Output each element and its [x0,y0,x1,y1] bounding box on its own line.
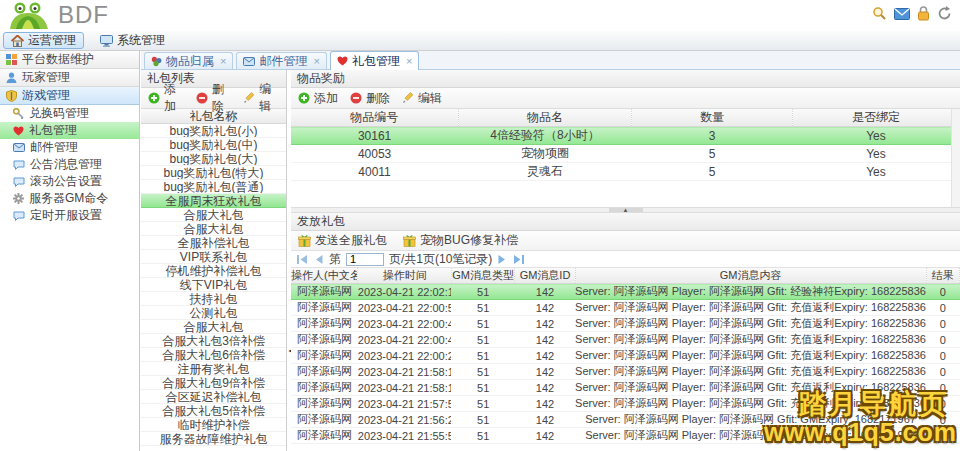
column-header[interactable]: 结果 [926,268,959,284]
sidebar-item-announcements[interactable]: 公告消息管理 [0,156,139,173]
panel-title: 物品奖励 [291,70,960,88]
table-row[interactable]: 阿泽源码网 2023-04-21 21:56:20 51 142 Server:… [291,412,960,428]
cell: Server: 阿泽源码网 Player: 阿泽源码网 Gfit: 经验神符Ex… [575,284,926,300]
cell: 51 [451,348,515,364]
tab-item-ownership[interactable]: 物品归属 × [144,52,233,69]
send-all-server-gift-button[interactable]: 发送全服礼包 [298,232,387,249]
list-item[interactable]: 停机维护补偿礼包 [141,264,286,278]
add-button[interactable]: 添加 [148,81,184,115]
sidebar-section-platform-data[interactable]: 平台数据维护 [0,51,139,69]
list-item[interactable]: 公测礼包 [141,306,286,320]
cell: 0 [926,380,959,396]
list-item[interactable]: 合服大礼包5倍补偿 [141,404,286,418]
nav-tab-system[interactable]: 系统管理 [92,32,173,49]
add-button[interactable]: 添加 [298,90,338,107]
close-icon[interactable]: × [406,55,412,67]
cell: 51 [451,396,515,412]
column-header[interactable]: GM消息类型 [451,268,515,284]
table-row[interactable]: 阿泽源码网 2023-04-21 22:00:51 51 142 Server:… [291,300,960,316]
list-item[interactable]: bug奖励礼包(特大) [141,166,286,180]
sidebar-item-scrolling-notice[interactable]: 滚动公告设置 [0,173,139,190]
sidebar-item-scheduled-open[interactable]: 定时开服设置 [0,207,139,224]
prev-page-icon[interactable] [314,254,324,265]
table-row[interactable]: 30161 4倍经验符（8小时） 3 Yes [291,127,960,145]
column-header[interactable]: 操作人(中文名) [291,268,358,284]
lock-icon[interactable] [917,6,930,21]
column-header[interactable]: 物品编号 [291,109,458,127]
close-icon[interactable]: × [313,55,319,67]
first-page-icon[interactable] [296,254,309,265]
nav-tab-label: 运营管理 [28,32,76,49]
vertical-scrollbar[interactable] [951,109,960,207]
table-row[interactable]: 阿泽源码网 2023-04-21 22:02:10 51 142 Server:… [291,284,960,300]
search-icon[interactable] [872,6,887,21]
sidebar-item-mail[interactable]: 邮件管理 [0,139,139,156]
cell: Server: 阿泽源码网 Player: 阿泽源码网 Gfit: 充值返利Ex… [575,396,926,412]
list-item[interactable]: 线下VIP礼包 [141,278,286,292]
list-item[interactable]: 合服大礼包6倍补偿 [141,348,286,362]
list-item[interactable]: bug奖励礼包(大) [141,152,286,166]
table-row[interactable]: 40011 灵魂石 5 Yes [291,163,960,181]
list-item[interactable]: 合服大礼包 [141,320,286,334]
table-row[interactable]: 阿泽源码网 2023-04-21 22:00:46 51 142 Server:… [291,332,960,348]
tab-mail-management[interactable]: 邮件管理 × [236,52,326,69]
cell: 40011 [291,163,458,181]
column-header[interactable]: 物品名 [458,109,632,127]
button-label: 编辑 [418,90,442,107]
list-item[interactable]: 合服大礼包 [141,222,286,236]
table-row[interactable]: 阿泽源码网 2023-04-21 21:57:59 51 142 Server:… [291,396,960,412]
gift-list-panel: 礼包列表 添加 删除 编辑 礼包名称 bug奖励礼包(小) [141,70,287,451]
column-header[interactable]: 数量 [632,109,792,127]
column-header[interactable]: 是否绑定 [792,109,959,127]
sidebar-item-gift-packages[interactable]: 礼包管理 [0,122,139,139]
cell: Server: 阿泽源码网 Player: 阿泽源码网 Gfit: 充值返利Ex… [575,316,926,332]
list-item[interactable]: 合服大礼包9倍补偿 [141,376,286,390]
sidebar-section-games[interactable]: 游戏管理 [0,87,139,105]
column-header[interactable]: GM消息内容 [575,268,926,284]
delete-button[interactable]: 删除 [350,90,390,107]
list-item[interactable]: bug奖励礼包(小) [141,124,286,138]
column-header[interactable]: 操作时间 [358,268,452,284]
page-number-input[interactable] [346,253,384,266]
table-row[interactable]: 阿泽源码网 2023-04-21 21:58:16 51 142 Server:… [291,380,960,396]
list-item[interactable]: bug奖励礼包(普通) [141,180,286,194]
nav-tab-operations[interactable]: 运营管理 [3,32,84,49]
list-item[interactable]: 合服大礼包3倍补偿 [141,334,286,348]
table-row[interactable]: 阿泽源码网 2023-04-21 22:00:27 51 142 Server:… [291,348,960,364]
list-item[interactable]: 临时维护补偿 [141,418,286,432]
list-item[interactable]: bug奖励礼包(中) [141,138,286,152]
cell: 阿泽源码网 [291,348,358,364]
table-row[interactable]: 阿泽源码网 2023-04-21 21:55:55 51 142 Server:… [291,428,960,444]
list-item[interactable]: 扶持礼包 [141,292,286,306]
list-item[interactable]: 全服补偿礼包 [141,236,286,250]
mail-icon[interactable] [894,8,910,20]
table-row[interactable]: 阿泽源码网 2023-04-21 22:00:49 51 142 Server:… [291,316,960,332]
tab-label: 物品归属 [166,53,214,70]
list-item[interactable]: VIP联系礼包 [141,250,286,264]
cell: Server: 阿泽源码网 Player: 阿泽源码网 Gfit: 充值返利Ex… [575,332,926,348]
tab-gift-management[interactable]: 礼包管理 × [330,51,419,70]
list-item[interactable]: 合区延迟补偿礼包 [141,390,286,404]
sidebar-item-gm-commands[interactable]: 服务器GM命令 [0,190,139,207]
edit-button[interactable]: 编辑 [402,90,442,107]
column-header[interactable]: GM消息ID [515,268,575,284]
sidebar-section-players[interactable]: 玩家管理 [0,69,139,87]
list-item[interactable]: 服务器故障维护礼包 [141,432,286,446]
cell: 阿泽源码网 [291,412,358,428]
list-item[interactable]: 全服周末狂欢礼包 [141,194,286,208]
table-row[interactable]: 阿泽源码网 2023-04-21 21:58:18 51 142 Server:… [291,364,960,380]
close-icon[interactable]: × [220,55,226,67]
splitter-collapse-button[interactable]: ▲ [609,208,643,212]
pet-bug-compensation-button[interactable]: 宠物BUG修复补偿 [403,232,518,249]
table-row[interactable]: 40053 宠物项圈 5 Yes [291,145,960,163]
cell: 阿泽源码网 [291,380,358,396]
logout-icon[interactable] [937,6,952,21]
next-page-icon[interactable] [497,254,507,265]
list-item[interactable]: 注册有奖礼包 [141,362,286,376]
sidebar-item-redeem-codes[interactable]: 兑换码管理 [0,105,139,122]
edit-button[interactable]: 编辑 [243,81,279,115]
last-page-icon[interactable] [512,254,525,265]
panel-title: 发放礼包 [291,213,960,231]
list-item[interactable]: 合服大礼包 [141,208,286,222]
button-label: 发送全服礼包 [315,232,387,249]
